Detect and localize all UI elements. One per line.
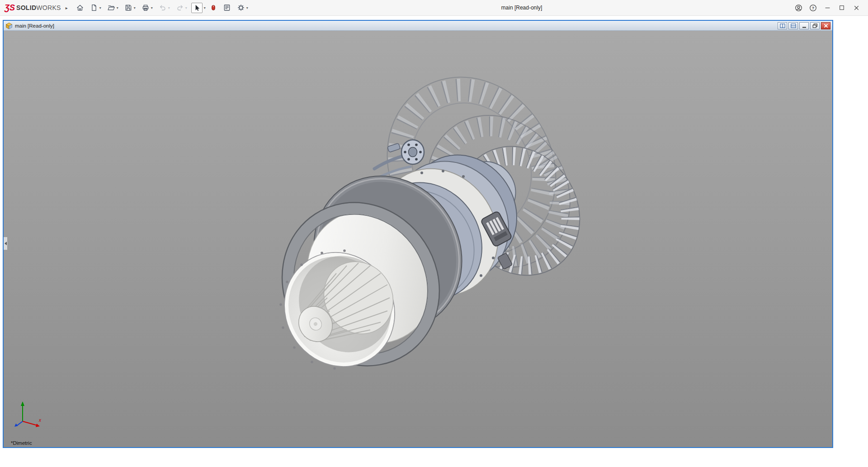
3d-viewport[interactable]: x *Dimetric <box>4 31 832 447</box>
dropdown-chevron-icon[interactable]: ▾ <box>99 6 101 10</box>
help-icon: ? <box>809 4 817 12</box>
doc-restore-button[interactable] <box>810 22 820 29</box>
solidworks-logo: ƷS SOLID WORKS <box>5 3 61 13</box>
dropdown-chevron-icon[interactable]: ▾ <box>151 6 153 10</box>
minimize-icon <box>824 4 831 12</box>
redo-icon <box>176 4 184 12</box>
dropdown-chevron-icon[interactable]: ▾ <box>117 6 118 10</box>
minimize-button[interactable] <box>820 1 835 14</box>
engine-model[interactable] <box>4 31 832 447</box>
redo-button[interactable]: ▾ <box>174 2 189 14</box>
assembly-cube-icon <box>5 22 13 29</box>
dropdown-chevron-icon[interactable]: ▾ <box>168 6 170 10</box>
app-titlebar: ƷS SOLID WORKS ▸ ▾ ▾ ▾ ▾ ▾ ▾ <box>0 0 868 16</box>
logo-icon: ƷS <box>5 3 15 13</box>
undo-icon <box>159 4 167 12</box>
document-titlebar[interactable]: main [Read-only] <box>4 21 832 31</box>
help-button[interactable]: ? <box>806 1 820 14</box>
properties-button[interactable] <box>221 2 233 14</box>
doc-tile-vertical-button[interactable] <box>778 22 787 29</box>
svg-text:x: x <box>38 418 42 423</box>
select-tool-active-box[interactable] <box>191 3 203 13</box>
triad-x-axis: x <box>23 418 42 427</box>
print-button[interactable]: ▾ <box>140 2 155 14</box>
document-title: main [Read-only] <box>15 23 54 29</box>
app-window-title: main [Read-only] <box>252 5 791 11</box>
mouse-gestures-button[interactable] <box>208 2 219 14</box>
save-button[interactable]: ▾ <box>123 2 137 14</box>
dropdown-chevron-icon[interactable]: ▾ <box>246 6 248 10</box>
svg-text:?: ? <box>811 5 814 10</box>
doc-minimize-button[interactable] <box>799 22 809 29</box>
maximize-icon <box>838 4 845 11</box>
open-button[interactable]: ▾ <box>105 2 120 14</box>
open-folder-icon <box>107 4 115 12</box>
dropdown-chevron-icon[interactable]: ▾ <box>185 6 187 10</box>
doc-restore-icon <box>812 24 818 28</box>
window-tile-vertical-icon <box>780 24 785 28</box>
save-icon <box>124 4 132 12</box>
collapse-arrow-icon <box>5 242 7 245</box>
options-button[interactable]: ▾ <box>235 2 250 14</box>
brand-works-text: WORKS <box>36 4 61 11</box>
triad-y-axis <box>21 401 24 421</box>
workspace: main [Read-only] <box>0 16 868 467</box>
new-document-icon <box>90 4 98 12</box>
doc-tile-horizontal-button[interactable] <box>788 22 798 29</box>
flyout-arrow-icon[interactable]: ▸ <box>66 5 68 10</box>
document-window: main [Read-only] <box>3 20 833 448</box>
close-button[interactable] <box>849 1 863 14</box>
window-tile-horizontal-icon <box>791 24 796 28</box>
triad-z-axis <box>14 421 23 427</box>
doc-close-icon <box>823 24 829 28</box>
select-arrow-icon <box>193 4 201 12</box>
app-window-controls: ? <box>791 1 868 14</box>
print-icon <box>142 4 150 12</box>
account-button[interactable] <box>791 1 806 14</box>
dropdown-chevron-icon[interactable]: ▾ <box>134 6 136 10</box>
accessory-flange[interactable] <box>401 140 424 164</box>
maximize-button[interactable] <box>835 1 849 14</box>
dropdown-chevron-icon[interactable]: ▾ <box>204 6 206 10</box>
main-toolbar: ▾ ▾ ▾ ▾ ▾ ▾ ▾ <box>74 2 252 14</box>
home-button[interactable] <box>74 2 86 14</box>
doc-minimize-icon <box>802 24 807 28</box>
properties-icon <box>223 4 231 12</box>
gear-icon <box>237 4 245 12</box>
view-orientation-label: *Dimetric <box>11 440 32 446</box>
undo-button[interactable]: ▾ <box>157 2 172 14</box>
panel-collapse-tab[interactable] <box>4 237 8 250</box>
brand-solid-text: SOLID <box>16 4 36 11</box>
account-icon <box>794 4 803 12</box>
close-icon <box>853 4 860 12</box>
new-document-button[interactable]: ▾ <box>88 2 103 14</box>
mouse-icon <box>210 4 217 12</box>
orientation-triad: x <box>13 398 44 432</box>
home-icon <box>76 4 84 12</box>
document-window-controls <box>778 22 830 29</box>
select-tool[interactable]: ▾ <box>191 3 206 13</box>
doc-close-button[interactable] <box>821 22 830 29</box>
